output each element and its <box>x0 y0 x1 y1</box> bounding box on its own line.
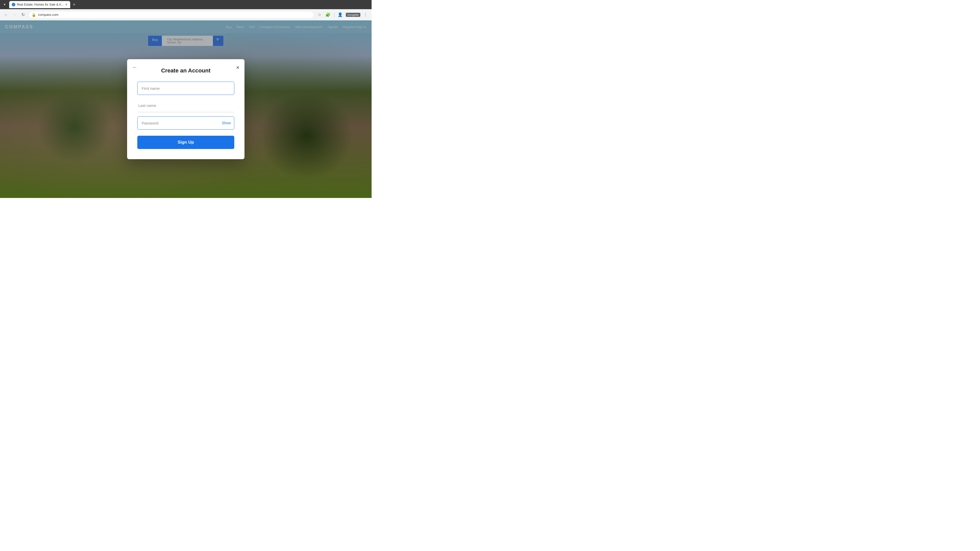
menu-button[interactable]: ⋮ <box>363 11 369 18</box>
profile-button[interactable]: 👤 <box>337 11 344 18</box>
address-bar-row: ← → ↻ 🔒 compass.com ☆ 🧩 | 👤 Incognito ⋮ <box>0 9 372 21</box>
forward-button[interactable]: → <box>12 11 18 18</box>
tab-favicon: C <box>12 3 15 6</box>
active-tab[interactable]: C Real Estate, Homes for Sale & A... ✕ <box>9 1 70 8</box>
bookmark-button[interactable]: ☆ <box>317 11 322 18</box>
first-name-input[interactable] <box>137 82 234 95</box>
tab-close-button[interactable]: ✕ <box>65 3 68 6</box>
lock-icon: 🔒 <box>32 13 36 17</box>
password-input[interactable] <box>137 116 234 130</box>
show-password-button[interactable]: Show <box>222 121 231 125</box>
signup-button[interactable]: Sign Up <box>137 136 234 149</box>
tab-bar: ▼ C Real Estate, Homes for Sale & A... ✕… <box>0 0 372 9</box>
reload-button[interactable]: ↻ <box>21 11 26 18</box>
url-display: compass.com <box>38 13 311 17</box>
page-background: COMPASS Buy Rent Sell Compass Exclusives… <box>0 21 372 198</box>
create-account-modal: ← × Create an Account Show Sign Up <box>127 59 245 159</box>
first-name-group <box>137 82 234 95</box>
incognito-badge: Incognito <box>346 13 360 17</box>
back-button[interactable]: ← <box>3 11 9 18</box>
new-tab-button[interactable]: + <box>71 2 77 7</box>
tab-title: Real Estate, Homes for Sale & A... <box>17 3 64 6</box>
password-wrapper: Show <box>137 116 234 130</box>
address-bar[interactable]: 🔒 compass.com <box>28 11 314 19</box>
modal-close-button[interactable]: × <box>236 64 239 71</box>
last-name-input[interactable] <box>137 99 234 112</box>
modal-overlay: ← × Create an Account Show Sign Up <box>0 21 372 198</box>
modal-back-button[interactable]: ← <box>132 64 137 70</box>
address-actions: ☆ 🧩 | 👤 Incognito ⋮ <box>317 11 369 18</box>
tab-list-button[interactable]: ▼ <box>2 2 7 7</box>
extensions-button[interactable]: 🧩 <box>325 11 331 18</box>
password-group: Show <box>137 116 234 130</box>
modal-title: Create an Account <box>137 67 234 74</box>
last-name-group <box>137 99 234 112</box>
